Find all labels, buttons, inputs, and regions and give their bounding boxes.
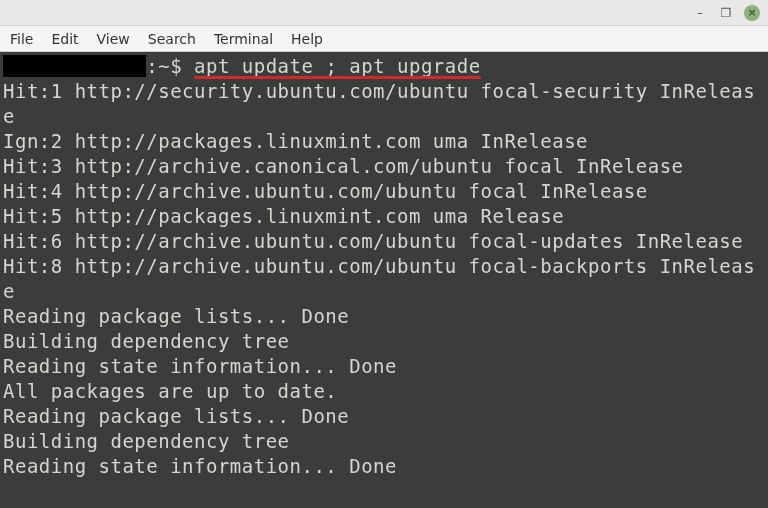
prompt: :~$ apt update ; apt upgrade	[3, 55, 481, 77]
minimize-icon[interactable]: –	[692, 5, 708, 21]
command-highlight-underline	[194, 76, 481, 79]
prompt-delimiter: :~$	[146, 55, 194, 77]
output-line: All packages are up to date.	[3, 380, 337, 402]
output-line: Hit:8 http://archive.ubuntu.com/ubuntu f…	[3, 255, 755, 302]
output-line: Reading state information... Done	[3, 455, 397, 477]
menu-terminal[interactable]: Terminal	[214, 31, 273, 47]
menu-help[interactable]: Help	[291, 31, 323, 47]
output-line: Reading package lists... Done	[3, 305, 349, 327]
command-entered: apt update ; apt upgrade	[194, 55, 481, 77]
menubar: File Edit View Search Terminal Help	[0, 26, 768, 52]
output-line: Reading package lists... Done	[3, 405, 349, 427]
close-icon[interactable]: ×	[744, 5, 760, 21]
terminal-output[interactable]: :~$ apt update ; apt upgrade Hit:1 http:…	[0, 52, 768, 508]
output-line: Building dependency tree	[3, 330, 290, 352]
output-line: Hit:3 http://archive.canonical.com/ubunt…	[3, 155, 684, 177]
output-line: Hit:6 http://archive.ubuntu.com/ubuntu f…	[3, 230, 743, 252]
output-line: Reading state information... Done	[3, 355, 397, 377]
menu-edit[interactable]: Edit	[51, 31, 78, 47]
menu-file[interactable]: File	[10, 31, 33, 47]
output-line: Building dependency tree	[3, 430, 290, 452]
output-line: Hit:4 http://archive.ubuntu.com/ubuntu f…	[3, 180, 648, 202]
window-titlebar: – ❐ ×	[0, 0, 768, 26]
command-text: apt update ; apt upgrade	[194, 55, 481, 77]
prompt-user-host	[3, 55, 146, 77]
output-line: Hit:1 http://security.ubuntu.com/ubuntu …	[3, 80, 755, 127]
output-line: Ign:2 http://packages.linuxmint.com uma …	[3, 130, 588, 152]
output-line: Hit:5 http://packages.linuxmint.com uma …	[3, 205, 564, 227]
maximize-icon[interactable]: ❐	[718, 5, 734, 21]
menu-view[interactable]: View	[97, 31, 130, 47]
menu-search[interactable]: Search	[148, 31, 196, 47]
